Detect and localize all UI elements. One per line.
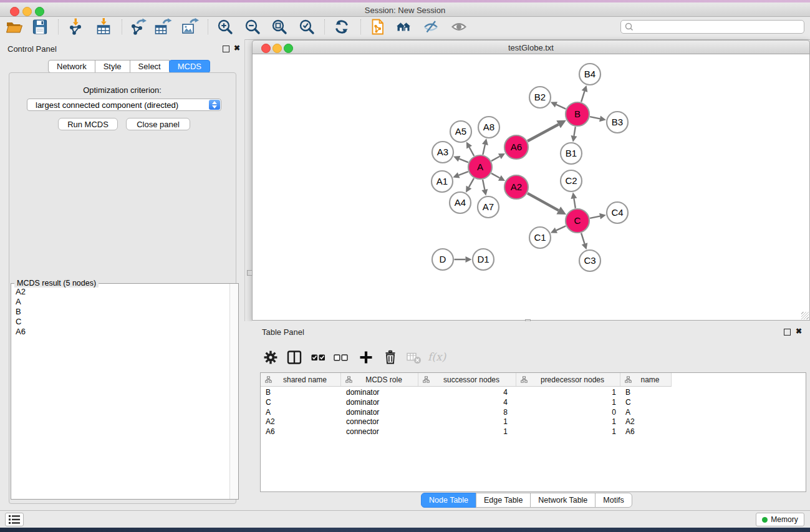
table-cell[interactable]: 1 <box>516 417 620 427</box>
edge-A-A8[interactable] <box>483 145 485 155</box>
tab-style[interactable]: Style <box>95 60 130 73</box>
mcds-result-item[interactable]: A2 <box>16 287 26 297</box>
table-row[interactable]: Bdominator41B <box>261 388 672 398</box>
edge-B-B1[interactable] <box>574 127 575 136</box>
table-cell[interactable]: C <box>620 398 672 408</box>
table-cell[interactable]: 1 <box>418 417 516 427</box>
network-window-titlebar[interactable]: testGlobe.txt <box>252 40 810 54</box>
resize-grip[interactable] <box>801 312 809 319</box>
table-cell[interactable]: 1 <box>516 388 620 398</box>
table-settings-icon[interactable] <box>263 349 279 365</box>
task-history-button[interactable] <box>5 513 24 526</box>
show-all-icon[interactable] <box>450 17 468 36</box>
table-cell[interactable]: dominator <box>341 408 418 418</box>
control-panel-float-icon[interactable] <box>223 46 229 52</box>
table-cell[interactable]: 1 <box>418 427 516 437</box>
column-header-name[interactable]: name <box>620 373 672 386</box>
edge-B-B4[interactable] <box>581 91 584 102</box>
edge-C-C3[interactable] <box>581 233 584 244</box>
table-cell[interactable]: A2 <box>620 417 672 427</box>
mcds-result-item[interactable]: B <box>16 307 26 317</box>
import-network-icon[interactable] <box>66 17 85 36</box>
unselect-all-columns-icon[interactable] <box>333 349 349 365</box>
home-icon[interactable] <box>394 17 413 36</box>
select-all-columns-icon[interactable] <box>311 349 327 365</box>
table-cell[interactable]: A6 <box>261 427 341 437</box>
tab-motifs[interactable]: Motifs <box>595 493 632 508</box>
table-row[interactable]: Cdominator41C <box>261 398 672 408</box>
vertical-splitter-handle[interactable] <box>247 270 253 276</box>
column-header-successor-nodes[interactable]: successor nodes <box>418 373 516 386</box>
edge-A-A3[interactable] <box>459 159 468 163</box>
tab-network[interactable]: Network <box>48 60 95 73</box>
mcds-result-item[interactable]: C <box>16 317 26 327</box>
edge-C-C1[interactable] <box>556 226 566 230</box>
search-input[interactable] <box>620 20 804 34</box>
table-cell[interactable]: connector <box>341 427 418 437</box>
mcds-result-scrollbar[interactable] <box>229 284 238 499</box>
show-column-panel-icon[interactable] <box>286 349 302 365</box>
table-cell[interactable]: 1 <box>516 398 620 408</box>
save-icon[interactable] <box>31 17 49 36</box>
zoom-fit-icon[interactable] <box>270 17 289 36</box>
tab-node-table[interactable]: Node Table <box>421 493 476 508</box>
tab-select[interactable]: Select <box>130 60 170 73</box>
table-cell[interactable]: B <box>261 388 341 398</box>
column-header-predecessor-nodes[interactable]: predecessor nodes <box>516 373 620 386</box>
column-header-MCDS-role[interactable]: MCDS role <box>341 373 418 386</box>
edge-A2-C[interactable] <box>528 193 559 210</box>
criterion-select[interactable]: largest connected component (directed) <box>27 99 221 111</box>
zoom-selected-icon[interactable] <box>297 17 316 36</box>
network-canvas[interactable]: B4B2BB3A5A8A6B1A3AC2A1A2A4A7C4CC1C3DD1 <box>252 54 810 321</box>
edge-B-B2[interactable] <box>556 105 566 109</box>
hide-selected-icon[interactable] <box>422 17 440 36</box>
mcds-result-item[interactable]: A <box>16 297 26 307</box>
edge-A-A6[interactable] <box>491 157 499 161</box>
table-cell[interactable]: 4 <box>418 388 516 398</box>
table-row[interactable]: A6connector11A6 <box>261 427 672 437</box>
edge-C-C2[interactable] <box>574 198 575 208</box>
table-cell[interactable]: dominator <box>341 398 418 408</box>
delete-column-icon[interactable] <box>382 349 398 365</box>
export-table-icon[interactable] <box>153 17 172 36</box>
memory-button[interactable]: Memory <box>756 513 804 526</box>
export-network-icon[interactable] <box>129 17 148 36</box>
table-cell[interactable]: A2 <box>261 417 341 427</box>
table-row[interactable]: Adominator80A <box>261 408 672 418</box>
column-header-shared-name[interactable]: shared name <box>261 373 341 386</box>
zoom-in-icon[interactable] <box>216 17 234 36</box>
table-row[interactable]: A2connector11A2 <box>261 417 672 427</box>
edge-A-A4[interactable] <box>469 178 474 187</box>
tab-edge-table[interactable]: Edge Table <box>476 493 531 508</box>
control-panel-close-icon[interactable]: ✖ <box>234 44 240 52</box>
open-file-icon[interactable] <box>4 17 23 36</box>
table-cell[interactable]: 4 <box>418 398 516 408</box>
table-cell[interactable]: 8 <box>418 408 516 418</box>
table-cell[interactable]: dominator <box>341 388 418 398</box>
clone-network-icon[interactable] <box>368 17 387 36</box>
edge-B-B3[interactable] <box>590 117 600 118</box>
run-mcds-button[interactable]: Run MCDS <box>58 118 118 130</box>
mcds-result-item[interactable]: A6 <box>16 327 26 337</box>
table-cell[interactable]: C <box>261 398 341 408</box>
edge-A-A1[interactable] <box>459 172 468 175</box>
edge-C-C4[interactable] <box>590 216 600 218</box>
edge-A6-B[interactable] <box>528 124 559 141</box>
table-cell[interactable]: B <box>620 388 672 398</box>
edge-A-A2[interactable] <box>491 173 499 178</box>
tab-mcds[interactable]: MCDS <box>169 60 210 73</box>
table-cell[interactable]: connector <box>341 417 418 427</box>
zoom-out-icon[interactable] <box>243 17 262 36</box>
edge-A-A5[interactable] <box>470 147 475 156</box>
table-cell[interactable]: 0 <box>516 408 620 418</box>
edge-A-A7[interactable] <box>483 180 485 190</box>
table-cell[interactable]: A6 <box>620 427 672 437</box>
close-panel-button[interactable]: Close panel <box>126 118 190 130</box>
table-cell[interactable]: 1 <box>516 427 620 437</box>
table-cell[interactable]: A <box>261 408 341 418</box>
table-cell[interactable]: A <box>620 408 672 418</box>
apply-layout-icon[interactable] <box>332 17 351 36</box>
create-column-icon[interactable] <box>358 349 374 365</box>
export-image-icon[interactable] <box>180 17 199 36</box>
table-panel-close-icon[interactable]: ✖ <box>796 327 802 336</box>
